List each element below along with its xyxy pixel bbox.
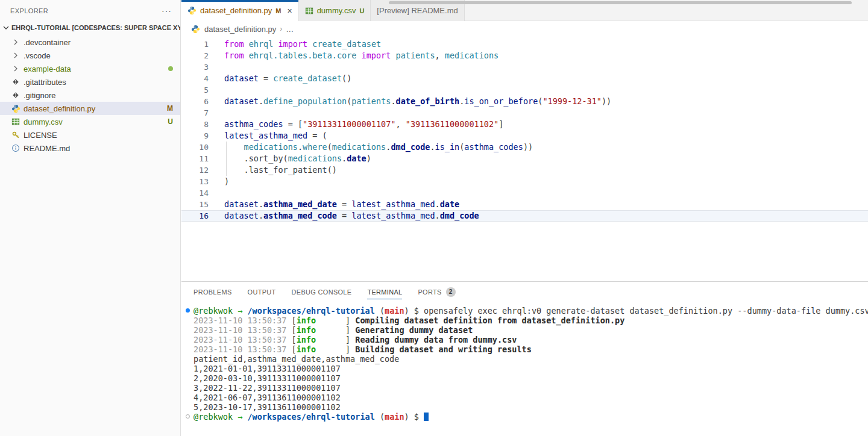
code-token: medications [288,153,342,164]
terminal-text: info [297,335,316,344]
csv-icon [11,117,20,126]
sidebar-item-example-data[interactable]: example-data [0,62,180,75]
code-line-6[interactable]: 6dataset.define_population(patients.date… [181,96,868,107]
csv-icon [305,7,313,15]
sidebar-item-gitignore[interactable]: .gitignore [0,89,180,102]
file-name: .vscode [24,51,173,60]
gutter-space [209,50,224,61]
code-token: dmd_code [391,142,430,153]
code-editor[interactable]: 1from ehrql import create_dataset2from e… [181,37,868,222]
terminal-text: 2023-11-10 13:50:37 [193,344,292,354]
code-line-3[interactable]: 3 [181,61,868,73]
panel-tab-output[interactable]: OUTPUT [248,282,276,302]
tab-scrollbar[interactable] [389,1,852,4]
code-line-13[interactable]: 13) [181,176,868,187]
code-line-10[interactable]: 10 medications.where(medications.dmd_cod… [181,142,868,153]
code-token: ] [498,119,503,130]
terminal-text: /workspaces/ehrql-tutorial [247,306,374,316]
code-line-11[interactable]: 11 .sort_by(medications.date) [181,153,868,164]
code-token: . [298,142,303,153]
explorer-more-actions-icon[interactable]: ··· [162,6,172,16]
code-line-16[interactable]: 16dataset.asthma_med_code = latest_asthm… [181,210,868,222]
chevron-right-icon[interactable] [11,51,20,60]
terminal-text: 2,2020-03-10,39113311000001107 [193,373,341,383]
sidebar-item-dataset-definition-py[interactable]: dataset_definition.pyM [0,102,180,115]
editor-group: dataset_definition.pyM×dummy.csvU[Previe… [181,0,868,281]
code-line-4[interactable]: 4dataset = create_dataset() [181,73,868,84]
sidebar-item-gitattributes[interactable]: .gitattributes [0,75,180,89]
info-icon [11,143,20,153]
terminal-output[interactable]: @rebkwok → /workspaces/ehrql-tutorial (m… [181,302,868,422]
code-token: , [435,50,445,61]
workspace-root-row[interactable]: EHRQL-TUTORIAL [CODESPACES: SUPER SPACE … [0,21,180,34]
code-token: dataset [224,199,259,210]
code-line-15[interactable]: 15dataset.asthma_med_date = latest_asthm… [181,199,868,210]
panel-tab-debug-console[interactable]: DEBUG CONSOLE [292,282,352,302]
panel-tab-problems[interactable]: PROBLEMS [193,282,232,302]
sidebar-item-license[interactable]: LICENSE [0,128,180,142]
code-token: , [396,119,406,130]
terminal-text: 5,2023-10-17,39113611000001102 [193,402,341,412]
command-decoration-icon[interactable] [186,308,190,313]
line-number: 13 [181,176,209,187]
code-token: ehrql [249,39,274,50]
code-token: ( [538,96,542,107]
tab-label: dummy.csv [317,6,356,15]
terminal-text: 2023-11-10 13:50:37 [193,335,292,344]
terminal-text: [ [292,344,297,354]
git-icon [11,90,20,100]
code-line-8[interactable]: 8asthma_codes = ["39113311000001107", "3… [181,119,868,130]
sidebar-item-readme-md[interactable]: README.md [0,142,180,155]
code-token [391,50,395,61]
code-token: .last_for_patient() [224,164,337,176]
code-token: latest_asthma_med [224,130,307,142]
code-line-2[interactable]: 2from ehrql.tables.beta.core import pati… [181,50,868,61]
code-line-5[interactable]: 5 [181,84,868,96]
code-line-1[interactable]: 1from ehrql import create_dataset [181,39,868,50]
gutter-space [209,176,224,187]
indent-guide [226,164,227,176]
sidebar-item-dummy-csv[interactable]: dummy.csvU [0,115,180,128]
gutter-space [209,142,224,153]
chevron-right-icon[interactable] [11,37,20,47]
code-token: "39113311000001107" [303,119,395,130]
code-line-14[interactable]: 14 [181,187,868,199]
gutter-space [209,153,224,164]
breadcrumb-file[interactable]: dataset_definition.py [204,25,276,34]
terminal-text: ) $ opensafely exec ehrql:v0 generate-da… [404,306,868,316]
terminal-text: 3,2022-11-22,39113311000001107 [193,383,341,393]
code-token [244,50,249,61]
prompt-decoration-icon[interactable] [186,414,190,419]
panel-tab-ports[interactable]: PORTS2 [418,282,455,302]
terminal-line: 2,2020-03-10,39113311000001107 [193,373,868,383]
code-line-12[interactable]: 12 .last_for_patient() [181,164,868,176]
code-token: ( [347,96,351,107]
close-icon[interactable]: × [287,7,292,15]
code-token: medications [244,142,298,153]
code-token: is_in [435,142,460,153]
code-token: = [337,210,351,222]
sidebar-item-vscode[interactable]: .vscode [0,49,180,62]
vscode-window: EXPLORER ··· EHRQL-TUTORIAL [CODESPACES:… [0,0,868,436]
code-token [307,39,312,50]
panel-tab-terminal[interactable]: TERMINAL [367,282,402,302]
code-token: asthma_med_date [263,199,337,210]
terminal-text: info [297,316,316,325]
code-token: () [342,73,351,84]
sidebar-item-devcontainer[interactable]: .devcontainer [0,36,180,49]
tab-dataset-definition-py[interactable]: dataset_definition.pyM× [181,0,299,21]
terminal-text: Generating dummy dataset [355,325,473,335]
tab-dummy-csv[interactable]: dummy.csvU [299,0,371,21]
code-line-9[interactable]: 9latest_asthma_med = ( [181,130,868,142]
panel-tab-label: PORTS [418,288,441,296]
terminal-text: 4,2021-06-07,39113611000001102 [193,393,341,402]
terminal-line: 2023-11-10 13:50:37 [info ] Reading dumm… [193,335,868,344]
code-line-7[interactable]: 7 [181,107,868,119]
chevron-right-icon[interactable] [11,64,20,73]
code-token: . [430,142,435,153]
breadcrumb-more[interactable]: … [286,25,294,34]
terminal-text [233,412,237,422]
terminal-line: 2023-11-10 13:50:37 [info ] Building dat… [193,344,868,354]
terminal-line: 1,2021-01-01,39113311000001107 [193,364,868,373]
code-token: patients [396,50,435,61]
